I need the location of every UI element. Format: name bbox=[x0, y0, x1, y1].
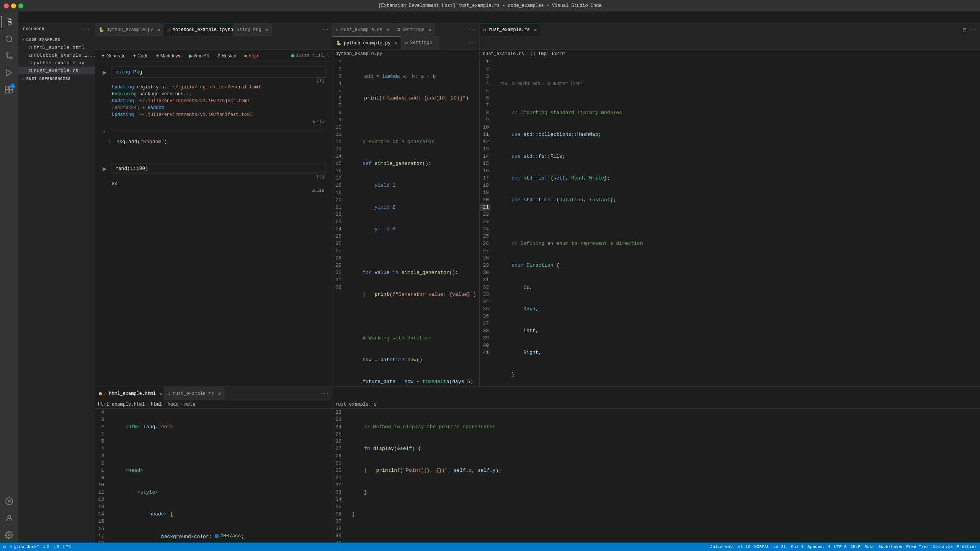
cell-1-pkg: Pkg bbox=[133, 69, 142, 75]
restart-button[interactable]: ↺ Restart bbox=[213, 52, 240, 60]
warnings-status[interactable]: ⚠ 5 bbox=[53, 544, 59, 549]
encoding-label: UTF-8 bbox=[834, 544, 847, 549]
tab-rust-right[interactable]: ◻ rust_example.rs ✕ bbox=[480, 23, 541, 36]
window-controls bbox=[4, 3, 23, 8]
generate-icon: ✦ bbox=[101, 53, 105, 59]
tab-close-python-left[interactable]: ✕ bbox=[157, 26, 160, 33]
python-tab-label: python_example.py bbox=[106, 27, 153, 33]
minimize-button[interactable] bbox=[11, 3, 16, 8]
run-cell-sep-button[interactable]: ··· bbox=[101, 127, 108, 134]
info-count: 76 bbox=[66, 544, 71, 549]
svg-point-11 bbox=[8, 515, 10, 518]
svg-line-1 bbox=[11, 41, 12, 42]
tree-section-code-examples[interactable]: ▾ CODE_EXAMPLES bbox=[18, 35, 95, 44]
close-button[interactable] bbox=[4, 3, 9, 8]
editor-area: 🐍 python_example.py ✕ ◻ notebook_example… bbox=[95, 23, 980, 551]
error-count: 0 bbox=[47, 544, 49, 549]
line-ending-status[interactable]: CRLF bbox=[851, 544, 861, 549]
notebook-tab-label: notebook_example.ipynb bbox=[173, 27, 233, 33]
language-status[interactable]: Rust bbox=[864, 544, 874, 549]
colorize-status[interactable]: Colorize bbox=[933, 544, 953, 549]
generate-button[interactable]: ✦ Generate bbox=[98, 52, 129, 60]
html-tab-dot bbox=[99, 392, 102, 395]
rust-code-editor[interactable]: 123 456 789 101112 131415 161718 1920 21… bbox=[480, 58, 980, 386]
stop-button[interactable]: ■ Stop bbox=[241, 52, 261, 60]
tab-python-left[interactable]: 🐍 python_example.py ✕ bbox=[95, 23, 164, 36]
more-actions-icon[interactable]: ··· bbox=[969, 27, 977, 33]
warning-count: 5 bbox=[57, 544, 59, 549]
tab-close-rust-mid[interactable]: ✕ bbox=[386, 26, 389, 33]
run-all-label: Run All bbox=[194, 53, 209, 59]
git-branch-status[interactable]: ⑂ glow_dusk* bbox=[10, 544, 39, 549]
tab-close-py-mid2[interactable]: ✕ bbox=[394, 40, 397, 46]
rust-tab-label-right: rust_example.rs bbox=[488, 27, 530, 33]
sidebar-item-python[interactable]: ◻ python_example.py bbox=[18, 59, 95, 67]
tab-notebook[interactable]: ◻ notebook_example.ipynb ✕ bbox=[164, 23, 233, 36]
split-editor-icon[interactable]: ⊟ bbox=[963, 26, 967, 34]
vim-mode-status[interactable]: NORMAL bbox=[754, 544, 769, 549]
run-all-button[interactable]: ▶ Run All bbox=[186, 52, 212, 60]
rust-line-numbers: 123 456 789 101112 131415 161718 1920 21… bbox=[480, 58, 495, 386]
python-editor: python_example.py 1 234 567 8910 111213 … bbox=[332, 50, 480, 386]
tab-close-rust-right[interactable]: ✕ bbox=[534, 27, 537, 33]
julia-env-label: Julia env: v1.10 bbox=[710, 544, 751, 549]
search-activity-icon[interactable] bbox=[2, 31, 17, 47]
python-tab-icon: 🐍 bbox=[99, 27, 104, 32]
tab-using-pkg[interactable]: using Pkg ✕ bbox=[233, 23, 273, 36]
sidebar-more-icon[interactable]: ··· bbox=[80, 26, 90, 32]
cursor-position-status[interactable]: Ln 21, Col 1 bbox=[773, 544, 804, 549]
run-cell-1-button[interactable]: ▶ bbox=[101, 69, 108, 76]
encoding-status[interactable]: UTF-8 bbox=[834, 544, 847, 549]
notebook-toolbar: ✦ Generate + Code + Markdown ▶ Run All bbox=[95, 50, 332, 62]
extensions-activity-icon[interactable]: 1 bbox=[2, 82, 17, 97]
run-cell-2-button[interactable]: ▶ bbox=[101, 165, 108, 172]
tab-python-mid2[interactable]: 🐍 python_example.py ✕ bbox=[332, 36, 401, 49]
rust-dep-label: RUST DEPENDENCIES bbox=[26, 77, 71, 81]
python-code-editor[interactable]: 1 234 567 8910 111213 141516 171819 2021… bbox=[332, 58, 479, 386]
title-bar: [Extension Development Host] rust_exampl… bbox=[0, 0, 980, 11]
supermaven-status[interactable]: Supermaven Free Tier bbox=[878, 544, 929, 549]
accounts-activity-icon[interactable] bbox=[2, 510, 17, 526]
tab-actions-right: ⊟ ··· bbox=[963, 23, 980, 36]
tab-settings-middle[interactable]: ⚙ Settings ✕ bbox=[394, 23, 436, 36]
info-icon: ℹ bbox=[63, 544, 65, 549]
html-code-editor[interactable]: 432 154 321 91011 121314 151617 181920 2… bbox=[95, 409, 332, 551]
kernel-info[interactable]: Julia 1.10.4 bbox=[291, 53, 329, 59]
spaces-status[interactable]: Spaces: 4 bbox=[807, 544, 830, 549]
remote-status[interactable]: ⊙ bbox=[3, 544, 6, 550]
info-status[interactable]: ℹ 76 bbox=[63, 544, 71, 549]
python-breadcrumb: python_example.py bbox=[332, 50, 479, 58]
tab-close-using-pkg[interactable]: ✕ bbox=[265, 26, 268, 33]
tab-close-rust-bottom[interactable]: ✕ bbox=[218, 390, 221, 397]
explorer-activity-icon[interactable]: ⎘ bbox=[2, 15, 17, 30]
julia-env-status[interactable]: Julia env: v1.10 bbox=[710, 544, 751, 549]
tab-html[interactable]: ◻ html_example.html ✕ bbox=[95, 387, 164, 400]
stop-label: Stop bbox=[248, 53, 258, 59]
tab-rust-bottom[interactable]: ◻ rust_example.rs ✕ bbox=[164, 387, 225, 400]
rust-bottom-code-editor[interactable]: 222324 252627 282930 313233 343536 37383… bbox=[332, 409, 980, 551]
prettier-status[interactable]: Prettier bbox=[957, 544, 977, 549]
rust-tab-label-bottom: rust_example.rs bbox=[173, 391, 214, 396]
output-updating-2: Updating `~/.julia/environments/v1.10/Pr… bbox=[112, 98, 326, 104]
run-debug-activity-icon[interactable] bbox=[2, 65, 17, 80]
kernel-dot-icon bbox=[291, 54, 294, 57]
tab-settings-mid2[interactable]: ⚙ Settings bbox=[401, 36, 439, 49]
add-markdown-button[interactable]: + Markdown bbox=[153, 52, 185, 60]
notebook-file-icon: ◻ bbox=[29, 52, 32, 58]
rust-bottom-bc-file: rust_example.rs bbox=[335, 402, 377, 407]
sidebar-item-rust[interactable]: ◻ rust_example.rs bbox=[18, 67, 95, 74]
sidebar-item-html[interactable]: ◻ html_example.html bbox=[18, 44, 95, 51]
tab-rust-middle[interactable]: ◻ rust_example.rs ✕ bbox=[332, 23, 394, 36]
remote-activity-icon[interactable] bbox=[2, 494, 17, 509]
add-markdown-label: Markdown bbox=[160, 53, 181, 59]
tab-close-settings-mid[interactable]: ✕ bbox=[428, 26, 431, 33]
sidebar: EXPLORER ··· ▾ CODE_EXAMPLES ◻ html_exam… bbox=[18, 23, 95, 551]
rust-dependencies-section[interactable]: ▸ RUST DEPENDENCIES bbox=[18, 74, 95, 83]
maximize-button[interactable] bbox=[18, 3, 23, 8]
sidebar-item-notebook[interactable]: ◻ notebook_example.i... bbox=[18, 51, 95, 59]
settings-activity-icon[interactable] bbox=[2, 527, 17, 543]
errors-status[interactable]: ✕ 0 bbox=[43, 544, 49, 549]
add-code-button[interactable]: + Code bbox=[130, 52, 152, 60]
tab-close-html[interactable]: ✕ bbox=[160, 391, 163, 397]
source-control-activity-icon[interactable] bbox=[2, 48, 17, 64]
